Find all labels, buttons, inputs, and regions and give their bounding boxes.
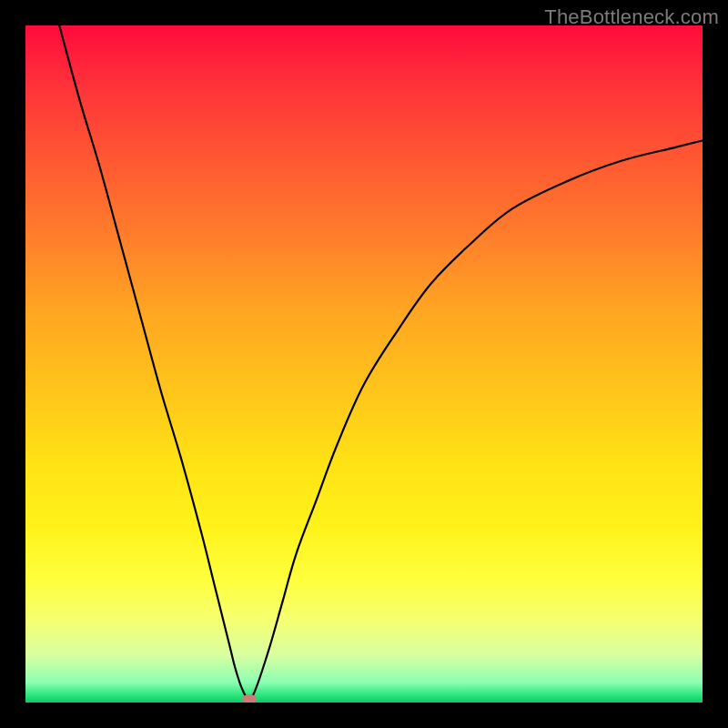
chart-frame: TheBottleneck.com bbox=[0, 0, 728, 728]
minimum-marker bbox=[242, 694, 257, 703]
plot-area bbox=[25, 25, 703, 703]
bottleneck-curve bbox=[25, 25, 703, 703]
